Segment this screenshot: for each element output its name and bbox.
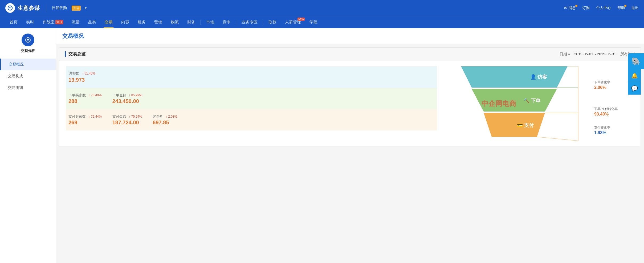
nav-transaction[interactable]: 交易 <box>100 16 117 28</box>
float-elephant[interactable]: 🐘 <box>628 53 644 69</box>
date-label: 日期 <box>560 52 567 57</box>
nav-fetch[interactable]: 取数 <box>264 16 281 28</box>
nav-bar: 首页 实时 作战室 双11 流量 品类 交易 内容 服务 营销 物流 财务 市场… <box>0 16 644 28</box>
app-name: 生意参谋 <box>18 5 40 12</box>
message-badge <box>575 5 577 7</box>
funnel-row-order: 下单买家数 ↑ 73.49% 288 下单金额 ↑ 85.99% <box>66 88 437 109</box>
nav-market[interactable]: 市场 <box>202 16 218 28</box>
shop-badge[interactable]: 主店 <box>72 6 81 11</box>
nav-biz-zone[interactable]: 业务专区 <box>237 16 262 28</box>
section-header: 交易总览 日期 ▾ 2019-05-01～2019-05-31 所有终端 <box>59 48 641 61</box>
svg-point-3 <box>27 39 28 41</box>
svg-marker-4 <box>461 66 568 88</box>
nav-academy[interactable]: 学院 <box>305 16 322 28</box>
header-order[interactable]: 订购 <box>582 6 590 10</box>
shop-dropdown-icon[interactable]: ▾ <box>85 6 87 10</box>
pay-amount-group: 支付金额 ↑ 75.94% 187,724.00 <box>112 114 142 126</box>
visitor-label: 访客数 ↑ 51.45% <box>68 71 434 76</box>
page-title: 交易概况 <box>62 32 638 40</box>
header-help[interactable]: 帮助 <box>617 6 625 10</box>
order-pay-rate-label: 下单-支付转化率 <box>594 107 631 111</box>
shop-name: 日韩代购 <box>52 6 67 10</box>
header-logout[interactable]: 退出 <box>631 6 639 10</box>
pay-amount-value: 187,724.00 <box>112 120 142 126</box>
dropdown-icon: ▾ <box>568 52 570 56</box>
nav-war-room[interactable]: 作战室 双11 <box>38 16 67 28</box>
pay-rate-value: 1.93% <box>594 130 631 135</box>
sidebar-item-detail[interactable]: 交易明细 <box>0 82 56 94</box>
visitor-value: 13,973 <box>68 77 434 83</box>
content-area: 交易概况 交易总览 日期 ▾ 2019-05-01～2019-05-31 所有终… <box>56 28 644 263</box>
unit-price-value: 697.85 <box>153 120 177 126</box>
nav-marketing[interactable]: 营销 <box>150 16 166 28</box>
section-controls: 日期 ▾ 2019-05-01～2019-05-31 所有终端 <box>560 52 635 57</box>
sidebar-section-header: 交易分析 <box>0 34 56 53</box>
funnel-svg: 👤 访客 🔨 下单 💳 支付 <box>445 66 584 141</box>
svg-text:👤 访客: 👤 访客 <box>530 74 547 80</box>
nav-finance[interactable]: 财务 <box>183 16 199 28</box>
divider <box>46 4 46 12</box>
nav-logistics[interactable]: 物流 <box>166 16 183 28</box>
page-title-bar: 交易概况 <box>56 28 644 44</box>
nav-service[interactable]: 服务 <box>133 16 150 28</box>
unit-price-group: 客单价 ↑ 2.03% 697.85 <box>153 114 177 126</box>
section-title: 交易总览 <box>65 51 85 57</box>
pay-rate-label: 支付转化率 <box>594 125 631 130</box>
funnel-row-multi-order: 下单买家数 ↑ 73.49% 288 下单金额 ↑ 85.99% <box>68 93 434 104</box>
date-selector[interactable]: 日期 ▾ <box>560 52 570 57</box>
rate-pay-conversion: 支付转化率 1.93% <box>594 125 631 135</box>
header-message[interactable]: ✉ 消息 <box>564 6 576 10</box>
nav-divider-1 <box>201 20 201 25</box>
svg-text:🔨 下单: 🔨 下单 <box>524 98 541 104</box>
order-amount-label: 下单金额 ↑ 85.99% <box>112 93 142 98</box>
order-amount-value: 243,450.00 <box>112 98 142 104</box>
sidebar-section-icon <box>22 34 34 46</box>
nav-compete[interactable]: 竞争 <box>218 16 235 28</box>
new-badge: NEW <box>297 18 305 21</box>
pay-buyer-value: 269 <box>68 120 102 126</box>
rate-order-pay-conversion: 下单-支付转化率 93.40% <box>594 107 631 117</box>
svg-marker-6 <box>484 113 545 137</box>
transaction-overview-section: 交易总览 日期 ▾ 2019-05-01～2019-05-31 所有终端 <box>59 47 641 146</box>
float-chat[interactable]: 💬 <box>628 82 641 95</box>
funnel-row-visitors: 访客数 ↑ 51.45% 13,973 <box>66 66 437 88</box>
nav-home[interactable]: 首页 <box>5 16 22 28</box>
funnel-row-multi-payment: 支付买家数 ↑ 72.44% 269 支付金额 ↑ 75.94% <box>68 114 434 126</box>
funnel-visual: 👤 访客 🔨 下单 💳 支付 中企网电商 <box>437 66 592 141</box>
nav-content[interactable]: 内容 <box>117 16 133 28</box>
order-pay-rate-value: 93.40% <box>594 112 631 117</box>
order-amount-group: 下单金额 ↑ 85.99% 243,450.00 <box>112 93 142 104</box>
funnel-data-col: 访客数 ↑ 51.45% 13,973 下单买家数 ↑ 73.49% <box>66 66 437 141</box>
sidebar: 交易分析 交易概况 交易构成 交易明细 <box>0 28 56 263</box>
sidebar-item-composition[interactable]: 交易构成 <box>0 70 56 82</box>
logo-area: 生意参谋 日韩代购 主店 ▾ <box>5 3 87 13</box>
pay-amount-label: 支付金额 ↑ 75.94% <box>112 114 142 119</box>
nav-traffic[interactable]: 流量 <box>67 16 84 28</box>
funnel-container: 访客数 ↑ 51.45% 13,973 下单买家数 ↑ 73.49% <box>59 61 641 146</box>
order-buyer-value: 288 <box>68 98 102 104</box>
order-buyer-label: 下单买家数 ↑ 73.49% <box>68 93 102 98</box>
logo-icon <box>5 3 15 13</box>
svg-point-1 <box>10 7 11 9</box>
svg-marker-5 <box>472 89 557 112</box>
pay-buyer-group: 支付买家数 ↑ 72.44% 269 <box>68 114 102 126</box>
float-bell[interactable]: 🔔 <box>628 69 641 82</box>
date-range: 2019-05-01～2019-05-31 <box>574 52 616 57</box>
help-badge <box>624 5 626 7</box>
nav-category[interactable]: 品类 <box>84 16 100 28</box>
right-float-panel: 🐘 🔔 💬 <box>628 53 644 95</box>
sidebar-item-overview[interactable]: 交易概况 <box>0 59 56 70</box>
nav-crowd[interactable]: 人群管理 NEW <box>281 16 305 28</box>
nav-realtime[interactable]: 实时 <box>22 16 38 28</box>
nav-divider-3 <box>263 20 263 25</box>
header-profile[interactable]: 个人中心 <box>596 6 611 10</box>
order-buyer-group: 下单买家数 ↑ 73.49% 288 <box>68 93 102 104</box>
rate-order-conversion: 下单转化率 2.06% <box>594 80 631 90</box>
conversion-rates: 下单转化率 2.06% 下单-支付转化率 93.40% 支付转化率 1.93% <box>592 66 634 141</box>
header-right: ✉ 消息 订购 个人中心 帮助 退出 <box>564 6 639 10</box>
unit-price-label: 客单价 ↑ 2.03% <box>153 114 177 119</box>
svg-text:💳 支付: 💳 支付 <box>517 122 534 128</box>
sidebar-section-title: 交易分析 <box>21 48 35 53</box>
funnel-row-payment: 支付买家数 ↑ 72.44% 269 支付金额 ↑ 75.94% <box>66 109 437 130</box>
order-rate-value: 2.06% <box>594 85 631 90</box>
